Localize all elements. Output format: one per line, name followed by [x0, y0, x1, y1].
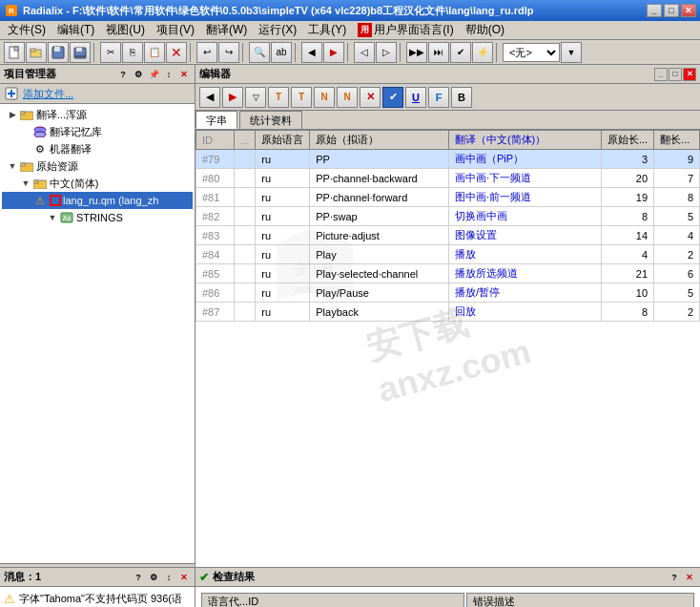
minimize-button[interactable]: _ [647, 4, 662, 17]
messages-title: 消息：1 [4, 570, 41, 584]
grid-row[interactable]: #80 ru PP·channel·backward 画中画·下一频道 20 7 [196, 169, 700, 188]
btn-extra2[interactable]: ⏭ [428, 42, 449, 63]
copy-button[interactable]: ⎘ [122, 42, 143, 63]
editor-N-btn[interactable]: N [337, 87, 358, 108]
msg-question-btn[interactable]: ? [132, 571, 145, 584]
editor-T1-btn[interactable]: T [268, 87, 289, 108]
chinese-expand-icon[interactable]: ▼ [19, 177, 32, 190]
ui-lang-icon: 用 [358, 23, 372, 37]
tree-chinese-node[interactable]: ▼ 中文(简体) [2, 175, 193, 192]
panel-settings-button[interactable]: ⚙ [132, 68, 145, 81]
editor-filter-btn[interactable]: ▽ [245, 87, 266, 108]
cell-original: Play·selected·channel [310, 264, 449, 283]
filter-combo[interactable]: <无> [503, 43, 560, 62]
tree-translate-node[interactable]: ▶ 翻译...浑源 [2, 106, 193, 123]
editor-maximize-btn[interactable]: □ [669, 68, 682, 81]
editor-minimize-btn[interactable]: _ [654, 68, 668, 81]
undo-button[interactable]: ↩ [196, 42, 217, 63]
btn-extra3[interactable]: ✔ [450, 42, 471, 63]
col-id: ID [196, 131, 235, 150]
tree-lang-file[interactable]: ⚠ lang_ru.qm (lang_zh [2, 192, 193, 209]
chinese-node-label: 中文(简体) [50, 177, 98, 191]
nav-fwd-button[interactable]: ▷ [376, 42, 397, 63]
cell-dots [235, 150, 256, 169]
back-button[interactable]: ◀ [301, 42, 322, 63]
grid-row[interactable]: #79 ru PP 画中画（PiP） 3 9 [196, 150, 700, 169]
cut-button[interactable]: ✂ [100, 42, 121, 63]
tree-strings-node[interactable]: ▼ Aa STRINGS [2, 209, 193, 226]
grid-row[interactable]: #83 ru Picture·adjust 图像设置 14 4 [196, 226, 700, 245]
redo-button[interactable]: ↪ [218, 42, 239, 63]
title-bar-buttons: _ □ ✕ [647, 4, 696, 17]
save-all-button[interactable] [70, 42, 91, 63]
editor-tabs: 字串 统计资料 [196, 111, 700, 130]
grid-row[interactable]: #87 ru Playback 回放 8 2 [196, 303, 700, 322]
menu-tools[interactable]: 工具(Y) [302, 20, 352, 40]
grid-row[interactable]: #82 ru PP·swap 切换画中画 8 5 [196, 207, 700, 226]
check-results-header: ✔ 检查结果 ? ✕ [196, 568, 700, 587]
cell-original: Playback [310, 303, 449, 322]
editor-T2-btn[interactable]: T [291, 87, 312, 108]
menu-edit[interactable]: 编辑(T) [51, 20, 100, 40]
maximize-button[interactable]: □ [664, 4, 679, 17]
tree-machine-translate[interactable]: ⚙ 机器翻译 [2, 140, 193, 157]
editor-F-btn[interactable]: F [428, 87, 449, 108]
grid-row[interactable]: #85 ru Play·selected·channel 播放所选频道 21 6 [196, 264, 700, 283]
nav-back-button[interactable]: ◁ [354, 42, 375, 63]
cr-close-btn[interactable]: ✕ [683, 571, 696, 584]
editor-arrow-left-btn[interactable]: ◀ [199, 87, 220, 108]
left-panel-resize-handle[interactable] [0, 563, 195, 567]
source-expand-icon[interactable]: ▼ [6, 159, 19, 173]
replace-button[interactable]: ab [271, 42, 292, 63]
save-button[interactable] [48, 42, 69, 63]
btn-extra4[interactable]: ⚡ [472, 42, 493, 63]
close-button[interactable]: ✕ [681, 4, 696, 17]
panel-question-button[interactable]: ? [116, 68, 130, 81]
tree-source-node[interactable]: ▼ 原始资源 [2, 157, 193, 175]
grid-row[interactable]: #86 ru Play/Pause 播放/暂停 10 5 [196, 283, 700, 303]
panel-arrow-button[interactable]: ↕ [162, 68, 175, 81]
filter-combo-arrow[interactable]: ▼ [561, 42, 582, 63]
editor-arrow-right-btn[interactable]: ▶ [222, 87, 243, 108]
menu-help[interactable]: 帮助(O) [460, 20, 510, 40]
cr-question-btn[interactable]: ? [668, 571, 681, 584]
db-expand-icon [19, 125, 32, 138]
grid-row[interactable]: #81 ru PP·channel·forward 图中画·前一频道 19 8 [196, 188, 700, 207]
msg-settings-btn[interactable]: ⚙ [147, 571, 160, 584]
open-button[interactable] [26, 42, 47, 63]
tree-translation-db[interactable]: 翻译记忆库 [2, 123, 193, 140]
project-tree[interactable]: ▶ 翻译...浑源 翻译记忆库 ⚙ [0, 104, 195, 563]
tab-stats[interactable]: 统计资料 [239, 111, 302, 129]
editor-check-btn[interactable]: ✔ [382, 87, 403, 108]
menu-translate[interactable]: 翻译(W) [200, 20, 253, 40]
forward-button[interactable]: ▶ [323, 42, 344, 63]
menu-project[interactable]: 项目(V) [151, 20, 200, 40]
panel-pin-button[interactable]: 📌 [147, 68, 160, 81]
strings-expand-icon[interactable]: ▼ [46, 211, 59, 224]
editor-B-btn[interactable]: B [451, 87, 472, 108]
editor-U-btn[interactable]: U [405, 87, 426, 108]
editor-close-btn[interactable]: ✕ [683, 68, 696, 81]
paste-button[interactable]: 📋 [144, 42, 165, 63]
translate-expand-icon[interactable]: ▶ [6, 108, 19, 121]
find-button[interactable]: 🔍 [249, 42, 270, 63]
tab-strings[interactable]: 字串 [196, 111, 237, 129]
grid-row[interactable]: #84 ru Play 播放 4 2 [196, 245, 700, 264]
menu-view[interactable]: 视图(U) [100, 20, 151, 40]
menu-ui-lang[interactable]: 用 用户界面语言(I) [352, 20, 459, 40]
toolbar-sep-4 [295, 43, 299, 62]
editor-X-btn[interactable]: ✕ [360, 87, 381, 108]
new-button[interactable] [4, 42, 25, 63]
btn-extra1[interactable]: ▶▶ [406, 42, 427, 63]
add-files-label[interactable]: 添加文件... [23, 87, 73, 101]
menu-file[interactable]: 文件(S) [2, 20, 51, 40]
msg-close-btn[interactable]: ✕ [177, 571, 191, 584]
delete-button[interactable]: ✕ [166, 42, 187, 63]
cell-trans-len: 5 [654, 283, 700, 303]
cell-original: Play/Pause [310, 283, 449, 303]
grid-container[interactable]: 安下载anxz.com ID ... 原始语言 原始（拟语） 翻译（中文(简体)… [196, 130, 700, 567]
editor-T3-btn[interactable]: N [314, 87, 335, 108]
panel-close-button[interactable]: ✕ [177, 68, 191, 81]
msg-pin-btn[interactable]: ↕ [162, 571, 175, 584]
menu-run[interactable]: 运行(X) [253, 20, 302, 40]
